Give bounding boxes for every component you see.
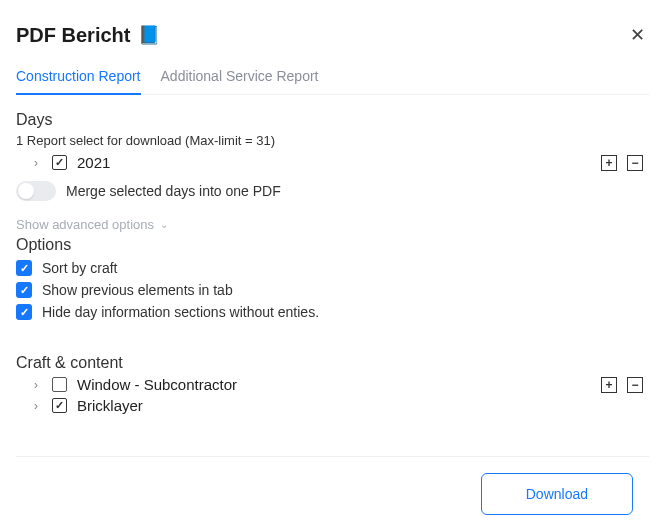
download-button[interactable]: Download	[481, 473, 633, 515]
option-sort-by-craft: Sort by craft	[16, 260, 649, 276]
close-icon[interactable]: ✕	[626, 20, 649, 50]
modal-header: PDF Bericht 📘 ✕	[16, 20, 649, 50]
expand-all-icon[interactable]: +	[601, 155, 617, 171]
craft-expand-controls: + −	[601, 377, 643, 393]
year-checkbox[interactable]	[52, 155, 67, 170]
book-icon: 📘	[138, 24, 160, 46]
merge-label: Merge selected days into one PDF	[66, 183, 281, 199]
chevron-right-icon[interactable]: ›	[30, 156, 42, 170]
modal-footer: Download	[16, 456, 649, 531]
option-label: Sort by craft	[42, 260, 117, 276]
year-label: 2021	[77, 154, 110, 171]
modal-title: PDF Bericht 📘	[16, 24, 160, 47]
craft-tree-item: › Window - Subcontractor	[16, 376, 237, 393]
chevron-down-icon: ⌄	[160, 219, 168, 230]
tab-additional-service-report[interactable]: Additional Service Report	[161, 68, 319, 94]
advanced-label: Show advanced options	[16, 217, 154, 232]
craft-title: Craft & content	[16, 354, 649, 372]
pdf-report-modal: PDF Bericht 📘 ✕ Construction Report Addi…	[0, 0, 665, 531]
option-show-previous: Show previous elements in tab	[16, 282, 649, 298]
hide-empty-checkbox[interactable]	[16, 304, 32, 320]
craft-label: Window - Subcontractor	[77, 376, 237, 393]
craft-checkbox-bricklayer[interactable]	[52, 398, 67, 413]
tab-construction-report[interactable]: Construction Report	[16, 68, 141, 94]
sort-by-craft-checkbox[interactable]	[16, 260, 32, 276]
year-row: › 2021 + −	[16, 154, 649, 171]
chevron-right-icon[interactable]: ›	[30, 378, 42, 392]
days-title: Days	[16, 111, 649, 129]
option-label: Hide day information sections without en…	[42, 304, 319, 320]
option-hide-empty-sections: Hide day information sections without en…	[16, 304, 649, 320]
merge-toggle[interactable]	[16, 181, 56, 201]
show-previous-checkbox[interactable]	[16, 282, 32, 298]
days-subtext: 1 Report select for download (Max-limit …	[16, 133, 649, 148]
merge-toggle-row: Merge selected days into one PDF	[16, 181, 649, 201]
expand-all-icon[interactable]: +	[601, 377, 617, 393]
craft-checkbox-window[interactable]	[52, 377, 67, 392]
collapse-all-icon[interactable]: −	[627, 155, 643, 171]
options-title: Options	[16, 236, 649, 254]
title-text: PDF Bericht	[16, 24, 130, 47]
tabs: Construction Report Additional Service R…	[16, 68, 649, 95]
craft-row-window: › Window - Subcontractor + −	[16, 376, 649, 393]
days-expand-controls: + −	[601, 155, 643, 171]
advanced-options-toggle[interactable]: Show advanced options ⌄	[16, 217, 649, 232]
chevron-right-icon[interactable]: ›	[30, 399, 42, 413]
craft-label: Bricklayer	[77, 397, 143, 414]
year-tree-item: › 2021	[16, 154, 110, 171]
craft-section: Craft & content › Window - Subcontractor…	[16, 354, 649, 414]
option-label: Show previous elements in tab	[42, 282, 233, 298]
days-section: Days 1 Report select for download (Max-l…	[16, 111, 649, 326]
collapse-all-icon[interactable]: −	[627, 377, 643, 393]
craft-row-bricklayer: › Bricklayer	[16, 393, 649, 414]
